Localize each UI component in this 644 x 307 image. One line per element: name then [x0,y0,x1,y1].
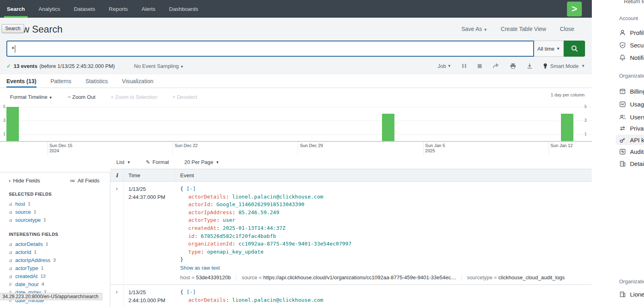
field-host[interactable]: ahost1 [9,200,100,208]
json-value[interactable]: lionel.palacin@clickhouse.com [232,194,323,200]
timeline-chart[interactable]: 113355 [0,104,592,141]
json-key[interactable]: actorId [188,201,210,207]
person-icon [619,29,626,36]
all-fields-button[interactable]: ≔All Fields [70,177,100,184]
field-sourcetype[interactable]: asourcetype1 [9,216,100,224]
field-actorId[interactable]: aactorId1 [9,248,100,256]
job-menu[interactable]: Job ▼ [438,63,451,69]
json-value[interactable]: cc1092aa-8775-459e-9401-33e54ec07997 [238,241,351,247]
format-results-menu[interactable]: ✎ Format [146,159,169,165]
tab-events[interactable]: Events (13) [6,74,37,88]
create-table-view-button[interactable]: Create Table View [501,26,546,32]
histogram-bar[interactable] [6,107,19,141]
nav-item-dashboards[interactable]: Dashboards [162,0,205,18]
y-tick-label: 1 [584,132,587,136]
json-key[interactable]: createdAt [188,225,216,231]
stop-button[interactable] [477,64,482,68]
menu-item-security[interactable]: Security [616,40,644,50]
splunk-logo-icon[interactable]: > [567,2,582,16]
field-createdAt[interactable]: acreatedAt13 [9,272,100,280]
json-value[interactable]: Google_114602629918513043390 [216,201,304,207]
x-tick-mark [47,142,48,155]
nav-item-alerts[interactable]: Alerts [135,0,163,18]
menu-item-organization-lionel[interactable]: Lionel [616,289,644,299]
y-gridline [0,107,592,107]
zoom-out-button[interactable]: − Zoom Out [68,94,95,100]
timeline-scale-note: 1 day per column [551,92,585,97]
nav-item-datasets[interactable]: Datasets [67,0,102,18]
nav-item-reports[interactable]: Reports [102,0,134,18]
json-key[interactable]: actorDetails [188,297,226,303]
meta-source[interactable]: source = https://api.clickhouse.cloud/v1… [236,274,461,280]
json-value[interactable]: openapi_key_update [207,249,264,255]
time-range-picker[interactable]: All time▼ [534,41,564,57]
hide-fields-button[interactable]: ‹Hide Fields [9,177,40,184]
json-key[interactable]: id [188,233,195,239]
field-actorIpAddress[interactable]: aactorIpAddress3 [9,256,100,264]
field-actorDetails[interactable]: aactorDetails1 [9,240,100,248]
menu-item-audit[interactable]: Audit [616,146,644,157]
menu-item-private[interactable]: Private [616,123,644,133]
per-page-menu[interactable]: 20 Per Page ▼ [184,159,219,165]
shield-check-icon [619,42,626,49]
billing-icon [619,88,626,95]
return-to-link[interactable]: Return to [624,0,644,4]
json-key[interactable]: actorType [188,217,216,223]
format-timeline-menu[interactable]: Format Timeline ▼ [10,94,53,100]
event-sampling-menu[interactable]: No Event Sampling ▼ [134,63,184,69]
deselect-button[interactable]: × Deselect [173,94,197,100]
x-tick-label: Sun Dec 152024 [49,143,72,154]
job-status-bar: ✓ 13 events (before 1/13/25 2:45:32.000 … [6,61,585,71]
field-date_hour[interactable]: #date_hour4 [9,280,100,288]
collapse-json-link[interactable]: [-] [187,289,196,295]
json-value[interactable]: 85.246.59.249 [238,209,279,215]
menu-item-details[interactable]: Details [616,158,644,169]
histogram-bar[interactable] [561,114,573,141]
json-key[interactable]: type [188,249,201,255]
tab-patterns[interactable]: Patterns [51,74,71,88]
histogram-bar[interactable] [382,114,394,141]
tab-visualization[interactable]: Visualization [122,74,153,88]
search-input[interactable]: * [6,41,534,57]
y-tick-label: 3 [584,118,587,123]
json-value[interactable]: user [223,217,235,223]
json-value[interactable]: 678526d582c1f20fac4babfb [201,233,276,239]
export-button[interactable] [527,63,532,69]
json-value[interactable]: 2025-01-13T14:44:37Z [223,225,286,231]
bulb-icon [543,63,547,69]
search-button[interactable] [564,41,585,57]
y-gridline [0,121,592,121]
menu-item-usage[interactable]: Usage [616,99,644,109]
menu-item-api-keys[interactable]: API keys [616,135,644,145]
print-button[interactable] [510,63,516,69]
field-source[interactable]: asource1 [9,208,100,216]
zoom-to-selection-button[interactable]: + Zoom to Selection [111,94,157,100]
close-button[interactable]: Close [560,26,574,32]
menu-item-profile[interactable]: Profile [616,27,644,38]
collapse-json-link[interactable]: [-] [187,186,196,192]
show-raw-text-link[interactable]: Show as raw text [180,265,586,271]
save-as-button[interactable]: Save As ▼ [461,26,487,32]
tab-statistics[interactable]: Statistics [85,74,108,88]
field-actorType[interactable]: aactorType1 [9,264,100,272]
magnifier-icon [571,45,579,53]
menu-item-notifications[interactable]: Notifications [616,52,644,63]
nav-item-search[interactable]: Search [0,0,32,18]
json-key[interactable]: actorIpAddress [188,209,232,215]
menu-item-billing[interactable]: Billing [616,86,644,96]
meta-sourcetype[interactable]: sourcetype = clickhouse_cloud_audit_logs [461,274,570,280]
expand-row-chevron-icon[interactable]: › [116,288,118,295]
pause-button[interactable] [462,63,467,68]
nav-item-analytics[interactable]: Analytics [32,0,67,18]
smart-mode-menu[interactable]: Smart Mode ▼ [543,63,585,69]
expand-row-chevron-icon[interactable]: › [116,185,118,192]
meta-host[interactable]: host = 53de4339120b [180,274,236,280]
json-key[interactable]: actorDetails [188,194,226,200]
fields-panel: ‹Hide Fields ≔All Fields SELECTED FIELDS… [0,172,110,307]
string-field-icon: a [9,217,15,223]
json-value[interactable]: lionel.palacin@clickhouse.com [232,297,323,303]
json-key[interactable]: organizationId [188,241,232,247]
list-view-menu[interactable]: List ▼ [116,159,130,165]
share-button[interactable] [493,63,499,69]
menu-item-users[interactable]: Users [616,112,644,122]
